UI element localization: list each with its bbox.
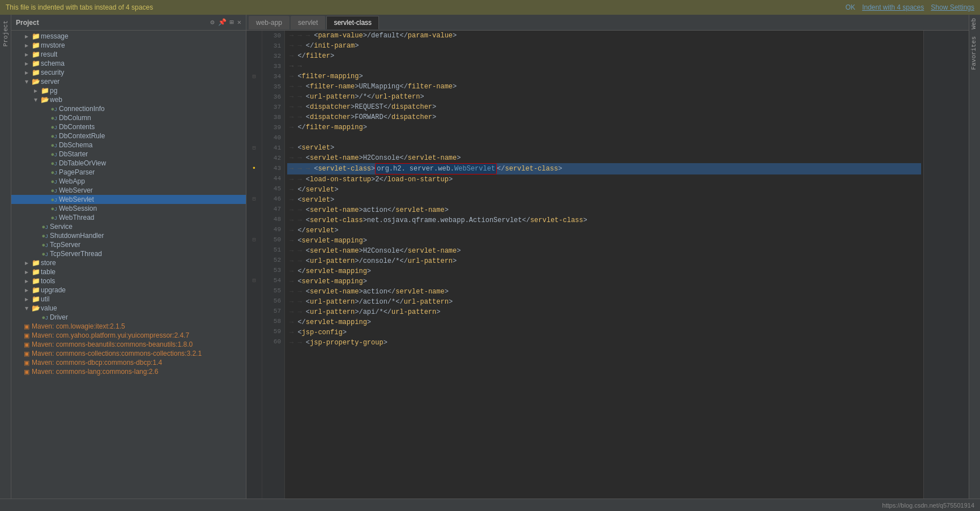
sidebar-item-DbContents[interactable]: ●JDbContents (11, 122, 246, 131)
sidebar-item-DbTableOrView[interactable]: ●JDbTableOrView (11, 159, 246, 168)
sidebar-item-message[interactable]: ▸📁message (11, 32, 246, 41)
sidebar-item-DbColumn[interactable]: ●JDbColumn (11, 113, 246, 122)
web-vtab[interactable]: Web (969, 15, 980, 33)
linenum-60: 60 (262, 337, 281, 347)
sidebar-item-upgrade[interactable]: ▸📁upgrade (11, 286, 246, 295)
gutter-60 (246, 337, 262, 347)
tab-servlet-class[interactable]: servlet-class (326, 16, 379, 29)
sidebar-item-web[interactable]: ▾📂web (11, 95, 246, 104)
sidebar-item-util[interactable]: ▸📁util (11, 295, 246, 304)
security-arrow: ▸ (23, 69, 31, 76)
sidebar-item-maven6[interactable]: ▣Maven: commons-lang:commons-lang:2.6 (11, 367, 246, 376)
tools-label: tools (41, 277, 55, 285)
sidebar-item-table[interactable]: ▸📁table (11, 267, 246, 276)
sidebar-item-maven1[interactable]: ▣Maven: com.lowagie:itext:2.1.5 (11, 322, 246, 331)
sidebar-item-WebThread[interactable]: ●JWebThread (11, 213, 246, 222)
code-line-45: → </servlet> (287, 185, 921, 195)
pin-icon[interactable]: 📌 (218, 18, 227, 27)
sidebar-item-ShutdownHandler[interactable]: ●JShutdownHandler (11, 231, 246, 240)
mvstore-icon: 📁 (31, 41, 41, 49)
WebThread-icon: ●J (49, 214, 59, 222)
sidebar-item-pg[interactable]: ▸📁pg (11, 86, 246, 95)
status-bar: https://blog.csdn.net/q575501914 (0, 499, 980, 511)
sidebar-item-maven4[interactable]: ▣Maven: commons-collections:commons-coll… (11, 349, 246, 358)
tab-servlet[interactable]: servlet (291, 16, 325, 29)
gutter-55 (246, 286, 262, 296)
sidebar-item-value[interactable]: ▾📂value (11, 304, 246, 313)
linenum-58: 58 (262, 316, 281, 326)
tools-arrow: ▸ (23, 277, 31, 285)
sidebar-item-security[interactable]: ▸📁security (11, 68, 246, 77)
web-arrow: ▾ (32, 96, 40, 104)
maven3-label: Maven: commons-beanutils:commons-beanuti… (32, 340, 193, 348)
code-line-52: → → <url-pattern>/console/*</url-pattern… (287, 256, 921, 266)
indent-link[interactable]: Indent with 4 spaces (862, 3, 924, 11)
gutter-49 (246, 224, 262, 235)
DbColumn-icon: ●J (49, 114, 59, 122)
linenum-54: 54 (262, 275, 281, 286)
sidebar-item-server[interactable]: ▾📂server (11, 77, 246, 86)
code-line-51: → → <servlet-name>H2Console</servlet-nam… (287, 246, 921, 256)
PageParser-label: PageParser (59, 168, 95, 176)
settings-icon[interactable]: ⚙ (210, 18, 214, 27)
settings-link[interactable]: Show Settings (931, 3, 974, 11)
upgrade-icon: 📁 (31, 286, 41, 294)
code-line-54: → <servlet-mapping> (287, 276, 921, 287)
sidebar-item-TcpServer[interactable]: ●JTcpServer (11, 240, 246, 249)
sidebar-tree[interactable]: ▸📁message▸📁mvstore▸📁result▸📁schema▸📁secu… (11, 31, 246, 499)
sidebar-item-tools[interactable]: ▸📁tools (11, 276, 246, 286)
sidebar-item-maven2[interactable]: ▣Maven: com.yahoo.platform.yui:yuicompre… (11, 331, 246, 340)
code-line-58: → </servlet-mapping> (287, 317, 921, 327)
sidebar-item-schema[interactable]: ▸📁schema (11, 59, 246, 68)
sidebar-item-mvstore[interactable]: ▸📁mvstore (11, 41, 246, 50)
code-line-48: → → <servlet-class>net.osjava.qframe.web… (287, 215, 921, 225)
gutter-34: ⊟ (246, 71, 262, 82)
sidebar-item-Service[interactable]: ●JService (11, 222, 246, 231)
gutter-33 (246, 61, 262, 71)
sidebar-item-Driver[interactable]: ●JDriver (11, 313, 246, 322)
sidebar-item-ConnectionInfo[interactable]: ●JConnectionInfo (11, 104, 246, 113)
notification-text: This file is indented with tabs instead … (6, 3, 153, 11)
sidebar-item-maven5[interactable]: ▣Maven: commons-dbcp:commons-dbcp:1.4 (11, 358, 246, 367)
sidebar-item-PageParser[interactable]: ●JPageParser (11, 168, 246, 177)
sidebar-item-WebServlet[interactable]: ●JWebServlet (11, 195, 246, 204)
close-sidebar-icon[interactable]: ✕ (237, 18, 241, 27)
gutter-46: ⊟ (246, 194, 262, 204)
linenum-39: 39 (262, 122, 281, 133)
sidebar-item-WebServer[interactable]: ●JWebServer (11, 186, 246, 195)
gutter-57 (246, 306, 262, 316)
tab-web-app[interactable]: web-app (249, 16, 289, 29)
code-content[interactable]: → → → <param-value>/default</param-value… (285, 31, 923, 499)
DbTableOrView-icon: ●J (49, 159, 59, 167)
favorites-vtab[interactable]: Favorites (969, 33, 980, 73)
linenum-59: 59 (262, 326, 281, 337)
PageParser-icon: ●J (49, 168, 59, 176)
util-arrow: ▸ (23, 295, 31, 303)
security-icon: 📁 (31, 69, 41, 76)
sidebar-item-DbSchema[interactable]: ●JDbSchema (11, 140, 246, 150)
expand-icon[interactable]: ⊞ (230, 18, 234, 27)
server-label: server (41, 78, 59, 86)
notification-ok-button[interactable]: OK (846, 3, 855, 11)
code-line-55: → → <servlet-name>action</servlet-name> (287, 287, 921, 297)
code-line-38: → → <dispatcher>FORWARD</dispatcher> (287, 112, 921, 122)
pg-label: pg (50, 87, 57, 95)
code-line-40 (287, 133, 921, 143)
sidebar-item-result[interactable]: ▸📁result (11, 50, 246, 59)
sidebar-item-WebApp[interactable]: ●JWebApp (11, 177, 246, 186)
sidebar-item-TcpServerThread[interactable]: ●JTcpServerThread (11, 249, 246, 258)
result-label: result (41, 50, 57, 58)
sidebar-item-WebSession[interactable]: ●JWebSession (11, 204, 246, 213)
linenum-45: 45 (262, 184, 281, 194)
sidebar-item-DbContextRule[interactable]: ●JDbContextRule (11, 131, 246, 140)
sidebar-item-maven3[interactable]: ▣Maven: commons-beanutils:commons-beanut… (11, 340, 246, 349)
value-icon: 📂 (31, 304, 41, 312)
code-line-35: → → <filter-name>URLMapping</filter-name… (287, 82, 921, 92)
maven2-icon: ▣ (22, 331, 32, 339)
sidebar-item-DbStarter[interactable]: ●JDbStarter (11, 150, 246, 159)
ShutdownHandler-label: ShutdownHandler (50, 232, 104, 240)
DbSchema-icon: ●J (49, 141, 59, 149)
project-vtab[interactable]: Project (1, 17, 10, 50)
DbColumn-label: DbColumn (59, 114, 91, 122)
sidebar-item-store[interactable]: ▸📁store (11, 258, 246, 267)
